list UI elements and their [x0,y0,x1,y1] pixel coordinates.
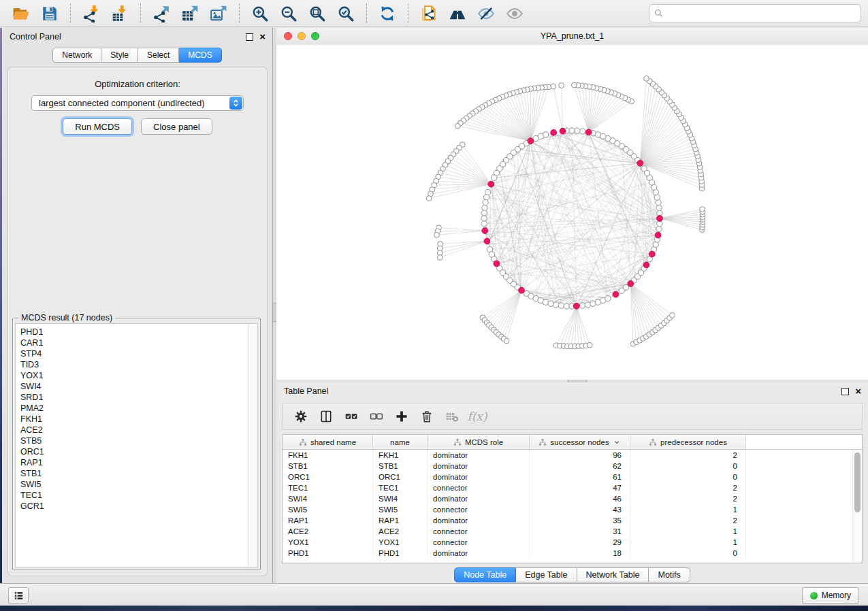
zoom-out-button[interactable] [276,2,302,25]
tab-mcds[interactable]: MCDS [179,48,221,63]
tab-edge-table[interactable]: Edge Table [516,567,577,582]
table-row[interactable]: ORC1ORC1dominator610 [283,472,852,482]
cell-name: YOX1 [373,537,428,548]
mcds-node-item[interactable]: CAR1 [20,337,257,348]
table-scrollbar-thumb[interactable] [854,452,861,512]
cell-predecessor-nodes: 2 [630,515,746,526]
hierarchy-icon [453,438,462,446]
cell-name: SWI4 [373,493,428,504]
column-header-shared-name[interactable]: shared name [283,435,373,449]
zoom-fit-button[interactable] [304,2,330,25]
run-mcds-button[interactable]: Run MCDS [63,118,132,135]
export-network-button[interactable] [148,2,174,25]
mcds-node-item[interactable]: GCR1 [20,501,257,512]
mcds-node-item[interactable]: PMA2 [20,403,257,414]
table-row[interactable]: YOX1YOX1connector291 [283,537,852,548]
mcds-node-item[interactable]: ORC1 [20,446,257,457]
tab-network[interactable]: Network [52,48,101,63]
import-table-button[interactable] [107,2,133,25]
table-header-row: shared namenameMCDS rolesuccessor nodesp… [283,435,862,450]
table-row[interactable]: ACE2ACE2connector311 [283,526,852,537]
close-table-panel-icon[interactable]: × [855,387,861,395]
table-row[interactable]: RAP1RAP1dominator352 [283,515,852,526]
first-neighbors-button[interactable] [445,2,470,25]
table-settings-button[interactable] [291,406,311,427]
mcds-node-item[interactable]: SWI5 [20,479,257,490]
criterion-dropdown[interactable]: largest connected component (undirected) [31,95,244,111]
import-network-button[interactable] [78,2,104,25]
cell-name: RAP1 [373,515,428,526]
toolbar-button-groups [7,2,529,25]
panel-menu-button[interactable] [8,587,29,604]
mcds-node-item[interactable]: STB5 [20,435,257,446]
zoom-in-button[interactable] [247,2,273,25]
export-table-button[interactable] [177,2,203,25]
cell-successor-nodes: 62 [530,461,630,472]
tab-style[interactable]: Style [101,48,138,63]
mcds-node-item[interactable]: YOX1 [20,370,257,381]
show-columns-button[interactable] [316,406,336,427]
open-file-button[interactable] [8,2,34,25]
mcds-result-title: MCDS result (17 nodes) [18,313,115,323]
minimize-window-icon[interactable] [298,32,306,40]
cell-predecessor-nodes: 2 [630,482,746,493]
memory-button[interactable]: Memory [802,587,859,604]
column-header-successor-nodes[interactable]: successor nodes [530,435,630,449]
tab-network-table[interactable]: Network Table [577,567,649,582]
mcds-node-item[interactable]: FKH1 [20,414,257,425]
close-panel-button[interactable]: Close panel [141,118,212,135]
float-panel-icon[interactable] [246,33,253,41]
mcds-node-item[interactable]: PHD1 [20,327,257,337]
export-image-icon [210,5,227,22]
table-scrollbar[interactable] [852,450,862,563]
mcds-node-item[interactable]: ACE2 [20,425,257,435]
mcds-result-list[interactable]: PHD1CAR1STP4TID3YOX1SWI4SRD1PMA2FKH1ACE2… [15,323,258,567]
maximize-window-icon[interactable] [311,32,319,40]
dropdown-stepper-icon [229,97,242,110]
network-canvas[interactable] [276,45,868,380]
cell-MCDS-role: dominator [428,515,530,526]
table-row[interactable]: SWI4SWI4dominator462 [283,493,852,504]
import-network-icon [82,5,100,22]
save-session-button[interactable] [37,2,63,25]
float-table-panel-icon[interactable] [841,388,849,395]
mcds-node-item[interactable]: SRD1 [20,392,257,403]
column-header-name[interactable]: name [373,435,428,449]
add-column-button[interactable] [391,406,412,427]
deselect-all-rows-button[interactable] [366,406,387,427]
desktop-bottom-strip [0,606,868,611]
tab-motifs[interactable]: Motifs [649,567,690,582]
refresh-layout-button[interactable] [374,2,400,25]
table-row[interactable]: STB1STB1dominator620 [283,461,852,472]
select-all-rows-button[interactable] [341,406,361,427]
mcds-list-scrollbar[interactable] [248,324,257,567]
column-header-MCDS-role[interactable]: MCDS role [428,435,530,449]
close-panel-icon[interactable]: × [259,33,266,41]
zoom-selected-button[interactable] [333,2,359,25]
delete-table-button [442,406,462,427]
mcds-node-item[interactable]: SWI4 [20,381,257,392]
optimization-criterion-label: Optimization criterion: [8,79,267,89]
table-row[interactable]: TEC1TEC1connector472 [283,482,852,493]
mcds-node-item[interactable]: STP4 [20,348,257,359]
column-header-predecessor-nodes[interactable]: predecessor nodes [630,435,746,449]
mcds-node-item[interactable]: TID3 [20,359,257,370]
mcds-node-item[interactable]: TEC1 [20,490,257,501]
network-from-file-button[interactable] [416,2,442,25]
mcds-node-item[interactable]: STB1 [20,468,257,479]
search-input[interactable] [666,8,856,19]
mcds-node-item[interactable]: RAP1 [20,457,257,468]
table-row[interactable]: PHD1PHD1dominator180 [283,548,852,559]
close-window-icon[interactable] [284,32,292,40]
hide-selected-button[interactable] [473,2,499,25]
tab-select[interactable]: Select [138,48,179,63]
cell-name: SWI5 [373,504,428,515]
export-image-button[interactable] [206,2,231,25]
mcds-result-group: MCDS result (17 nodes) PHD1CAR1STP4TID3Y… [12,318,261,570]
cell-predecessor-nodes: 0 [630,461,746,472]
delete-column-button[interactable] [417,406,437,427]
table-row[interactable]: SWI5SWI5connector431 [283,504,852,515]
tab-node-table[interactable]: Node Table [454,567,516,582]
control-panel-tabs: NetworkStyleSelectMCDS [2,48,272,63]
table-row[interactable]: FKH1FKH1dominator962 [283,450,852,461]
